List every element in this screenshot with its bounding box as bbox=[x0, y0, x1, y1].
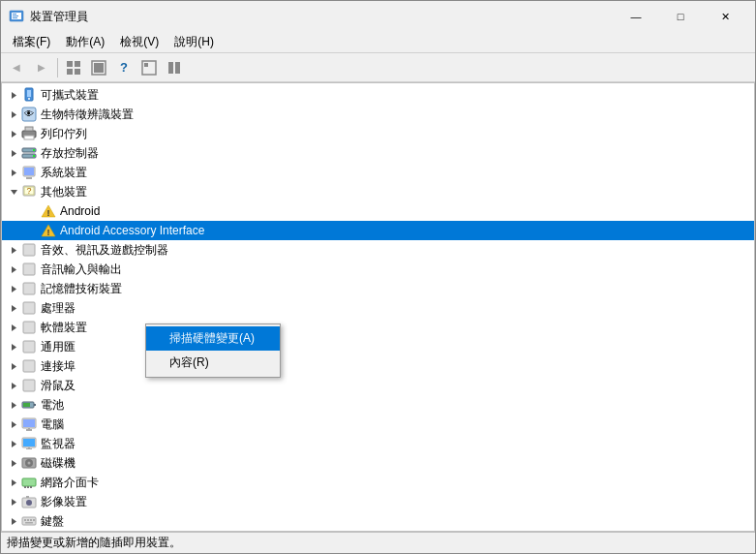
device-icon-computer bbox=[21, 416, 37, 432]
device-icon-storage bbox=[21, 145, 37, 161]
expand-icon-battery[interactable] bbox=[6, 397, 21, 413]
device-icon-keyboard bbox=[21, 513, 37, 529]
tree-item-biometric[interactable]: 👁生物特徵辨識裝置 bbox=[2, 105, 754, 124]
tree-item-android[interactable]: ! Android bbox=[2, 201, 754, 221]
expand-icon-monitor[interactable] bbox=[6, 436, 21, 451]
svg-point-29 bbox=[33, 149, 35, 151]
expand-icon-mouse[interactable] bbox=[6, 378, 21, 393]
menu-file[interactable]: 檔案(F) bbox=[5, 32, 58, 52]
device-icon-software bbox=[21, 320, 37, 335]
tree-item-imaging[interactable]: 影像裝置 bbox=[2, 492, 754, 511]
tree-item-system[interactable]: 系統裝置 bbox=[2, 163, 754, 182]
svg-rect-71 bbox=[26, 448, 32, 449]
menu-action[interactable]: 動作(A) bbox=[58, 32, 112, 52]
tree-item-universal[interactable]: 通用匯 bbox=[2, 337, 754, 356]
expand-icon-storage[interactable] bbox=[6, 145, 21, 161]
toolbar-btn-5[interactable] bbox=[163, 56, 186, 79]
device-label-android: Android bbox=[60, 204, 100, 218]
menu-help[interactable]: 說明(H) bbox=[166, 32, 222, 52]
tree-item-battery[interactable]: 電池 bbox=[2, 395, 754, 415]
tree-item-keyboard[interactable]: 鍵盤 bbox=[2, 511, 754, 531]
svg-marker-15 bbox=[12, 92, 16, 99]
device-label-audio-input: 音訊輸入與輸出 bbox=[41, 262, 122, 278]
svg-rect-90 bbox=[30, 519, 32, 521]
toolbar-btn-4[interactable] bbox=[137, 56, 161, 79]
device-tree[interactable]: 可攜式裝置👁生物特徵辨識裝置列印佇列存放控制器系統裝置?其他裝置 ! Andro… bbox=[2, 83, 754, 531]
svg-rect-62 bbox=[23, 403, 30, 407]
window-title: 裝置管理員 bbox=[30, 9, 614, 25]
svg-rect-10 bbox=[94, 63, 104, 73]
svg-rect-7 bbox=[67, 69, 73, 75]
expand-icon-universal[interactable] bbox=[6, 339, 21, 354]
device-icon-android: ! bbox=[41, 203, 56, 219]
toolbar-btn-1[interactable] bbox=[62, 56, 85, 79]
svg-marker-51 bbox=[12, 324, 16, 331]
tree-item-android-acc[interactable]: ! Android Accessory Interface bbox=[2, 221, 754, 240]
tree-item-portable[interactable]: 可攜式裝置 bbox=[2, 85, 754, 105]
expand-icon-processor[interactable] bbox=[6, 300, 21, 316]
maximize-button[interactable]: □ bbox=[658, 1, 703, 32]
tree-item-monitor[interactable]: 監視器 bbox=[2, 434, 754, 453]
tree-item-audio-video[interactable]: 音效、視訊及遊戲控制器 bbox=[2, 240, 754, 260]
expand-icon-network-adapter[interactable] bbox=[6, 358, 21, 374]
svg-marker-57 bbox=[12, 383, 16, 389]
expand-icon-software[interactable] bbox=[6, 320, 21, 335]
back-button[interactable]: ◀ bbox=[5, 56, 28, 79]
toolbar-btn-3[interactable]: ? bbox=[112, 56, 136, 79]
svg-rect-65 bbox=[23, 419, 35, 427]
tree-item-printer[interactable]: 列印佇列 bbox=[2, 124, 754, 143]
title-bar-controls: — □ ✕ bbox=[614, 1, 747, 32]
svg-rect-2 bbox=[13, 14, 16, 15]
device-label-system: 系統裝置 bbox=[41, 165, 87, 181]
expand-icon-computer[interactable] bbox=[6, 416, 21, 432]
minimize-button[interactable]: — bbox=[614, 1, 658, 32]
svg-rect-33 bbox=[24, 168, 34, 175]
svg-rect-80 bbox=[27, 486, 29, 488]
expand-icon-disk[interactable] bbox=[6, 455, 21, 471]
tree-item-network-adapter[interactable]: 連接埠 bbox=[2, 356, 754, 376]
tree-item-mouse[interactable]: 滑鼠及 bbox=[2, 376, 754, 395]
tree-item-nic[interactable]: 網路介面卡 bbox=[2, 473, 754, 492]
svg-rect-81 bbox=[30, 486, 32, 488]
forward-button[interactable]: ▶ bbox=[30, 56, 53, 79]
context-scan[interactable]: 掃描硬體變更(A) bbox=[146, 326, 280, 351]
expand-icon-printer[interactable] bbox=[6, 126, 21, 141]
svg-marker-35 bbox=[11, 190, 17, 195]
toolbar-separator-1 bbox=[57, 58, 58, 77]
device-label-portable: 可攜式裝置 bbox=[41, 87, 99, 104]
svg-rect-6 bbox=[75, 61, 80, 67]
tree-item-software[interactable]: 軟體裝置 bbox=[2, 318, 754, 337]
expand-icon-biometric[interactable] bbox=[6, 107, 21, 122]
svg-text:👁: 👁 bbox=[24, 108, 34, 119]
expand-icon-keyboard[interactable] bbox=[6, 513, 21, 529]
svg-rect-46 bbox=[23, 263, 35, 275]
expand-icon-nic[interactable] bbox=[6, 475, 21, 490]
context-properties[interactable]: 內容(R) bbox=[146, 351, 280, 375]
expand-icon-audio-input[interactable] bbox=[6, 262, 21, 277]
expand-icon-memory[interactable] bbox=[6, 281, 21, 296]
tree-item-processor[interactable]: 處理器 bbox=[2, 298, 754, 318]
tree-item-audio-input[interactable]: 音訊輸入與輸出 bbox=[2, 260, 754, 279]
toolbar-btn-2[interactable] bbox=[87, 56, 110, 79]
expand-icon-imaging[interactable] bbox=[6, 494, 21, 509]
svg-marker-47 bbox=[12, 286, 16, 292]
expand-icon-system[interactable] bbox=[6, 165, 21, 180]
device-icon-biometric: 👁 bbox=[21, 107, 37, 122]
device-icon-nic bbox=[21, 475, 37, 490]
close-button[interactable]: ✕ bbox=[703, 1, 747, 32]
expand-icon-other[interactable] bbox=[6, 184, 21, 200]
tree-item-computer[interactable]: 電腦 bbox=[2, 415, 754, 434]
svg-marker-82 bbox=[12, 499, 16, 506]
svg-marker-45 bbox=[12, 266, 16, 273]
tree-item-disk[interactable]: 磁碟機 bbox=[2, 453, 754, 473]
menu-view[interactable]: 檢視(V) bbox=[112, 32, 166, 52]
device-label-software: 軟體裝置 bbox=[41, 320, 87, 336]
device-icon-battery bbox=[21, 397, 37, 413]
tree-item-other[interactable]: ?其他裝置 bbox=[2, 182, 754, 201]
device-icon-processor bbox=[21, 300, 37, 316]
expand-icon-audio-video[interactable] bbox=[6, 242, 21, 258]
tree-item-memory[interactable]: 記憶體技術裝置 bbox=[2, 279, 754, 298]
tree-item-storage[interactable]: 存放控制器 bbox=[2, 143, 754, 163]
svg-rect-25 bbox=[24, 136, 34, 139]
expand-icon-portable[interactable] bbox=[6, 87, 21, 103]
